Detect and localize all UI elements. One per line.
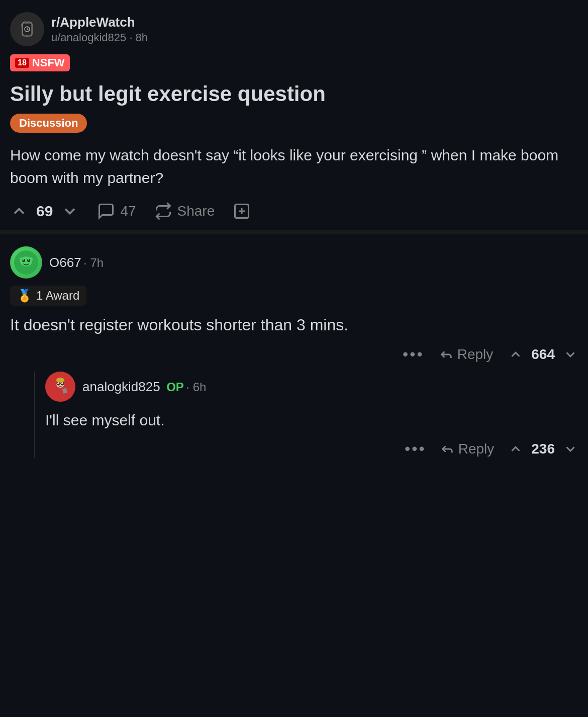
reply-reply-label: Reply — [458, 441, 495, 457]
nsfw-number: 18 — [15, 58, 29, 68]
post-section: r/AppleWatch u/analogkid825 · 8h 18 NSFW… — [0, 0, 588, 234]
post-title: Silly but legit exercise question — [10, 81, 578, 107]
commenter-username[interactable]: O667 — [49, 255, 81, 270]
share-button[interactable]: Share — [154, 202, 215, 220]
reply-header: analogkid825 OP · 6h — [45, 372, 578, 402]
comment-header: O667 · 7h — [10, 246, 578, 279]
award-label: 1 Award — [36, 289, 79, 303]
svg-rect-7 — [24, 21, 26, 23]
svg-point-20 — [20, 257, 23, 261]
svg-rect-2 — [21, 24, 22, 27]
reply-downvote-button[interactable] — [563, 441, 578, 457]
comment-vote-count: 664 — [531, 346, 555, 363]
commenter-time: · 7h — [83, 256, 104, 270]
reply-actions: ••• Reply 236 — [45, 439, 578, 458]
nsfw-label: NSFW — [32, 56, 65, 69]
post-author-avatar — [10, 12, 44, 46]
comment-vote-section: 664 — [508, 346, 578, 363]
reply-upvote-button[interactable] — [508, 441, 523, 457]
reply-vote-count: 236 — [531, 441, 555, 457]
vote-section: 69 — [10, 202, 79, 220]
reply-username[interactable]: analogkid825 — [82, 379, 160, 394]
comment-actions: ••• Reply 664 — [10, 345, 578, 364]
post-user-time: u/analogkid825 · 8h — [51, 31, 148, 44]
award-badge: 🏅 1 Award — [10, 286, 86, 306]
svg-point-26 — [57, 382, 58, 383]
svg-rect-10 — [28, 36, 30, 37]
op-badge: OP — [166, 380, 184, 394]
comments-section: O667 · 7h 🏅 1 Award It doesn't register … — [0, 234, 588, 480]
svg-rect-3 — [32, 24, 33, 27]
comment-button[interactable]: 47 — [97, 202, 136, 220]
comment-avatar — [10, 246, 42, 279]
svg-point-18 — [23, 259, 24, 260]
comment-count: 47 — [120, 203, 136, 219]
svg-rect-9 — [24, 36, 26, 37]
more-options-button[interactable]: ••• — [403, 345, 424, 364]
award-button[interactable] — [233, 202, 251, 220]
award-icon: 🏅 — [17, 289, 32, 303]
subreddit-name[interactable]: r/AppleWatch — [51, 15, 148, 30]
svg-point-19 — [28, 259, 29, 260]
upvote-button[interactable] — [10, 202, 28, 220]
comment-item: O667 · 7h 🏅 1 Award It doesn't register … — [10, 246, 578, 458]
post-actions: 69 47 Share — [10, 202, 578, 220]
comment-upvote-button[interactable] — [508, 347, 523, 362]
reply-avatar — [45, 372, 75, 402]
svg-point-29 — [56, 378, 64, 383]
downvote-button[interactable] — [61, 202, 79, 220]
vote-count: 69 — [36, 203, 53, 220]
post-meta: r/AppleWatch u/analogkid825 · 8h — [51, 15, 148, 44]
reply-label: Reply — [457, 346, 494, 363]
reply-reply-button[interactable]: Reply — [440, 441, 495, 457]
comment-meta: O667 · 7h — [49, 255, 104, 271]
reply-time: · 6h — [186, 380, 206, 394]
svg-rect-8 — [28, 21, 30, 23]
reply-vote-section: 236 — [508, 441, 578, 457]
share-label: Share — [177, 203, 215, 219]
reply-text: I'll see myself out. — [45, 409, 578, 431]
post-body: How come my watch doesn't say “it looks … — [10, 144, 578, 189]
reply-more-options-button[interactable]: ••• — [405, 439, 426, 458]
nsfw-badge: 18 NSFW — [10, 54, 70, 71]
post-header: r/AppleWatch u/analogkid825 · 8h — [10, 12, 578, 46]
comment-downvote-button[interactable] — [563, 347, 578, 362]
svg-point-21 — [30, 257, 33, 261]
reply-section: analogkid825 OP · 6h I'll see myself out… — [34, 372, 578, 458]
comment-text: It doesn't register workouts shorter tha… — [10, 313, 578, 337]
reply-meta: analogkid825 OP · 6h — [82, 379, 206, 395]
reply-button[interactable]: Reply — [439, 346, 494, 363]
flair-tag[interactable]: Discussion — [10, 114, 87, 133]
nsfw-badge-wrapper: 18 NSFW — [10, 54, 578, 76]
